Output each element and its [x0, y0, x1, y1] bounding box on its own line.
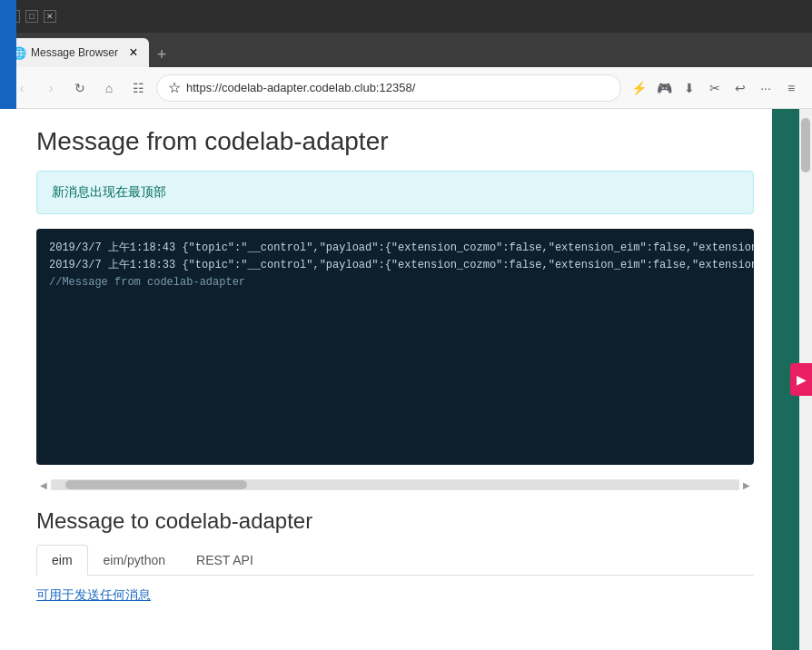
- url-text: https://codelab-adapter.codelab.club:123…: [186, 81, 609, 94]
- tab-rest-api[interactable]: REST API: [181, 545, 269, 576]
- browser-window: – □ ✕ 🌐 Message Browser × + ‹ › ↻ ⌂ ☷ ☆ …: [0, 0, 812, 650]
- menu-icon[interactable]: ≡: [781, 78, 801, 98]
- scissors-icon[interactable]: ✂: [705, 78, 725, 98]
- new-tab-button[interactable]: +: [149, 42, 174, 67]
- more-icon[interactable]: ···: [756, 78, 776, 98]
- from-section-title: Message from codelab-adapter: [36, 127, 754, 156]
- send-tabs: eim eim/python REST API: [36, 545, 754, 576]
- message-terminal[interactable]: 2019/3/7 上午1:18:43 {"topic":"__control",…: [36, 229, 754, 465]
- terminal-line-3: //Message from codelab-adapter: [49, 274, 741, 291]
- scroll-left-arrow[interactable]: ◀: [36, 480, 51, 490]
- main-area: Message from codelab-adapter 新消息出现在最顶部 2…: [0, 109, 812, 650]
- send-hint-link[interactable]: 可用于发送任何消息: [36, 587, 151, 602]
- star-icon: ☆: [168, 79, 181, 96]
- home-button[interactable]: ⌂: [98, 77, 120, 99]
- forward-button[interactable]: ›: [40, 77, 62, 99]
- restore-button[interactable]: □: [25, 10, 38, 23]
- tab-eim[interactable]: eim: [36, 545, 88, 576]
- right-panel: ▶: [772, 109, 799, 650]
- close-button[interactable]: ✕: [44, 10, 56, 23]
- scroll-right-arrow[interactable]: ▶: [739, 480, 754, 490]
- content-inner: Message from codelab-adapter 新消息出现在最顶部 2…: [36, 127, 754, 604]
- v-scroll-thumb[interactable]: [801, 118, 810, 172]
- reader-mode-button[interactable]: ☷: [127, 77, 149, 99]
- terminal-line-2: 2019/3/7 上午1:18:33 {"topic":"__control",…: [49, 257, 741, 274]
- address-bar: ‹ › ↻ ⌂ ☷ ☆ https://codelab-adapter.code…: [0, 67, 812, 109]
- h-scroll-thumb[interactable]: [65, 480, 247, 489]
- h-scrollbar: ◀ ▶: [36, 479, 754, 490]
- title-bar: – □ ✕: [0, 0, 812, 33]
- info-banner: 新消息出现在最顶部: [36, 171, 754, 214]
- lightning-icon[interactable]: ⚡: [629, 78, 649, 98]
- reload-button[interactable]: ↻: [69, 77, 91, 99]
- toolbar-icons: ⚡ 🎮 ⬇ ✂ ↩ ··· ≡: [629, 78, 801, 98]
- tab-bar: 🌐 Message Browser × +: [0, 33, 812, 67]
- undo-icon[interactable]: ↩: [730, 78, 750, 98]
- tab-eim-python[interactable]: eim/python: [88, 545, 181, 576]
- active-tab[interactable]: 🌐 Message Browser ×: [4, 38, 149, 67]
- to-section-title: Message to codelab-adapter: [36, 508, 754, 534]
- download-icon[interactable]: ⬇: [679, 78, 699, 98]
- float-action-button[interactable]: ▶: [790, 363, 812, 396]
- gamepad-icon[interactable]: 🎮: [654, 78, 674, 98]
- tab-close-button[interactable]: ×: [127, 46, 140, 59]
- page-content: Message from codelab-adapter 新消息出现在最顶部 2…: [0, 109, 772, 650]
- tab-title: Message Browser: [31, 46, 122, 59]
- terminal-line-1: 2019/3/7 上午1:18:43 {"topic":"__control",…: [49, 240, 741, 257]
- url-bar[interactable]: ☆ https://codelab-adapter.codelab.club:1…: [156, 74, 621, 102]
